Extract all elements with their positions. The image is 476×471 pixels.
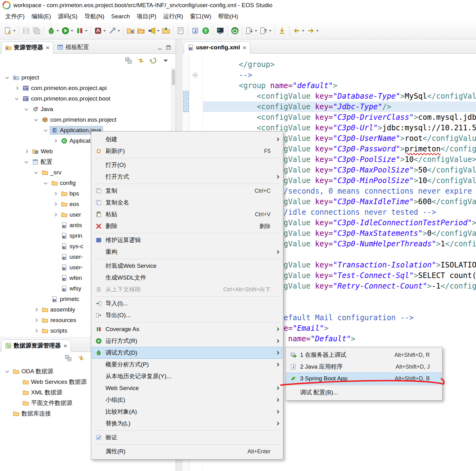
chevron-right-icon[interactable] [32, 330, 40, 332]
toolbar-search-button[interactable] [146, 25, 161, 36]
toolbar-external-tools-button[interactable] [107, 25, 121, 36]
context-menu-item-刷新(F)[interactable]: 刷新(F)F5 [92, 145, 282, 157]
toolbar-back-button[interactable] [291, 25, 306, 36]
toolbar-forward-button[interactable] [306, 25, 320, 36]
context-menu-item-Coverage As[interactable]: Coverage As [92, 323, 282, 335]
context-menu-item-封装成Web Service[interactable]: 封装成Web Service [92, 260, 282, 272]
context-menu-item-导入(I)...[interactable]: 导入(I)... [92, 298, 282, 309]
tab-模板配置[interactable]: 模板配置 [53, 41, 93, 53]
menubar-item-编辑(E)[interactable]: 编辑(E) [28, 11, 54, 22]
toolbar-open-resource-button[interactable] [175, 25, 186, 36]
link-editor-icon[interactable] [137, 57, 145, 64]
explorer-item-com.primeton.eos.project.api[interactable]: com.primeton.eos.project.api [0, 83, 176, 93]
context-menu-item-复制[interactable]: 复制Ctrl+C [92, 185, 282, 197]
chevron-down-icon[interactable] [42, 182, 50, 185]
chevron-right-icon[interactable] [32, 319, 40, 321]
dropdown-caret-icon[interactable] [269, 30, 272, 32]
explorer-item-com.primeton.eos.project.boot[interactable]: com.primeton.eos.project.boot [0, 93, 176, 104]
dropdown-caret-icon[interactable] [13, 30, 16, 32]
chevron-down-icon[interactable] [32, 118, 40, 122]
code-line[interactable]: <configValue key="C3p0-DriverClass">com.… [203, 112, 476, 123]
tab-user-config.xml[interactable]: Xuser-config.xml× [184, 41, 250, 54]
context-menu-item-从本地历史记录复原(Y)...[interactable]: 从本地历史记录复原(Y)... [92, 370, 282, 382]
dropdown-caret-icon[interactable] [103, 30, 106, 32]
explorer-item-Java[interactable]: Java [0, 104, 176, 114]
close-icon[interactable]: × [243, 45, 246, 51]
dropdown-caret-icon[interactable] [71, 30, 73, 32]
context-menu-item-维护运算逻辑[interactable]: 维护运算逻辑 [92, 234, 282, 246]
collapse-all-icon[interactable] [125, 57, 132, 64]
toolbar-coverage-button[interactable] [74, 25, 89, 36]
chevron-down-icon[interactable] [22, 160, 30, 164]
fold-collapse-icon[interactable] [193, 73, 198, 78]
chevron-right-icon[interactable] [51, 213, 59, 216]
debug-submenu-item-调试 配置(B)...[interactable]: 调试 配置(B)... [286, 387, 442, 398]
toolbar-next-annotation-button[interactable] [244, 25, 258, 36]
toolbar-new-button[interactable] [2, 25, 17, 36]
chevron-right-icon[interactable] [51, 140, 59, 142]
context-menu-item-小组(E)[interactable]: 小组(E) [92, 394, 282, 406]
toolbar-run-button[interactable] [60, 25, 74, 36]
focus-icon[interactable] [150, 57, 157, 64]
toolbar-save-button[interactable] [21, 25, 31, 36]
menubar-item-源码(S)[interactable]: 源码(S) [55, 11, 81, 22]
toolbar-console-button[interactable] [215, 25, 226, 36]
context-menu-item-替换为(L)[interactable]: 替换为(L) [92, 418, 282, 429]
context-menu-item-创建[interactable]: 创建 [92, 133, 282, 145]
code-line[interactable]: --> [203, 70, 476, 80]
toolbar-terminate-button[interactable] [230, 25, 240, 36]
chevron-down-icon[interactable] [32, 171, 40, 174]
chevron-right-icon[interactable] [22, 150, 30, 153]
toolbar-last-edit-button[interactable] [277, 25, 287, 36]
menubar-item-导航(N)[interactable]: 导航(N) [81, 11, 108, 22]
tab-资源管理器[interactable]: 资源管理器× [1, 41, 53, 54]
context-menu-item-复制全名[interactable]: 复制全名 [92, 197, 282, 209]
collapse-all-icon[interactable] [65, 354, 72, 362]
context-menu-item-Web Service[interactable]: Web Service [92, 382, 282, 394]
link-editor-icon[interactable] [78, 354, 85, 362]
minimize-icon[interactable] [157, 45, 163, 50]
toolbar-import-folder-button[interactable] [161, 25, 171, 36]
code-line[interactable]: <configValue key="Jdbc-Type"/> [203, 101, 476, 112]
context-menu-item-打开(O)[interactable]: 打开(O) [92, 159, 282, 171]
context-menu-item-重构[interactable]: 重构 [92, 246, 282, 258]
code-line[interactable]: <group name="default"> [203, 80, 476, 91]
dropdown-caret-icon[interactable] [157, 30, 159, 32]
chevron-down-icon[interactable] [22, 108, 30, 111]
debug-submenu-item-1 在服务器上调试[interactable]: 1 在服务器上调试Alt+Shift+D, R [286, 349, 442, 361]
chevron-down-icon[interactable] [42, 129, 50, 132]
code-line[interactable]: </group> [203, 59, 476, 70]
menubar-item-Search[interactable]: Search [108, 11, 133, 22]
debug-submenu-item-2 Java 应用程序[interactable]: J2 Java 应用程序Alt+Shift+D, J [286, 361, 442, 373]
toolbar-prev-annotation-button[interactable] [258, 25, 273, 36]
context-menu-item-粘贴[interactable]: 粘贴Ctrl+V [92, 209, 282, 220]
toolbar-profile-button[interactable] [93, 25, 107, 36]
context-menu-item-概要分析方式(P)[interactable]: 概要分析方式(P) [92, 359, 282, 370]
menubar-item-项目(P)[interactable]: 项目(P) [133, 11, 160, 22]
menubar-item-运行(R)[interactable]: 运行(R) [160, 11, 186, 22]
context-menu-item-从上下文移除[interactable]: 从上下文移除Ctrl+Alt+Shift+向下 [92, 284, 282, 295]
chevron-right-icon[interactable] [32, 308, 40, 311]
chevron-right-icon[interactable] [51, 203, 59, 205]
context-menu-item-属性(R)[interactable]: 属性(R)Alt+Enter [92, 446, 282, 457]
toolbar-debug-button[interactable] [46, 25, 60, 36]
dropdown-caret-icon[interactable] [118, 30, 120, 32]
menubar-item-帮助(H)[interactable]: 帮助(H) [215, 11, 241, 22]
context-menu-item-打开方式[interactable]: 打开方式 [92, 171, 282, 183]
code-line[interactable]: <configValue key="Database-Type">MySql</… [203, 91, 476, 101]
explorer-item-project[interactable]: project [0, 72, 176, 83]
context-menu-item-生成WSDL文件[interactable]: 生成WSDL文件 [92, 272, 282, 284]
dropdown-caret-icon[interactable] [255, 30, 257, 32]
chevron-down-icon[interactable] [3, 370, 11, 373]
dropdown-caret-icon[interactable] [316, 30, 319, 32]
tab-数据源资源管理器[interactable]: 数据源资源管理器× [1, 339, 71, 352]
scrollbar-thumb[interactable] [172, 69, 175, 85]
context-menu-item-比较对象(A)[interactable]: 比较对象(A) [92, 406, 282, 418]
context-menu-item-验证[interactable]: 验证 [92, 432, 282, 443]
toolbar-java-browse-button[interactable]: J [190, 25, 200, 36]
context-menu-item-导出(O)...[interactable]: 导出(O)... [92, 309, 282, 321]
toolbar-save-all-button[interactable] [31, 25, 42, 36]
toolbar-java-type-button[interactable]: T [200, 25, 211, 36]
debug-submenu-item-3 Spring Boot App[interactable]: 3 Spring Boot AppAlt+Shift+D, B [286, 373, 442, 384]
chevron-down-icon[interactable] [3, 76, 11, 79]
